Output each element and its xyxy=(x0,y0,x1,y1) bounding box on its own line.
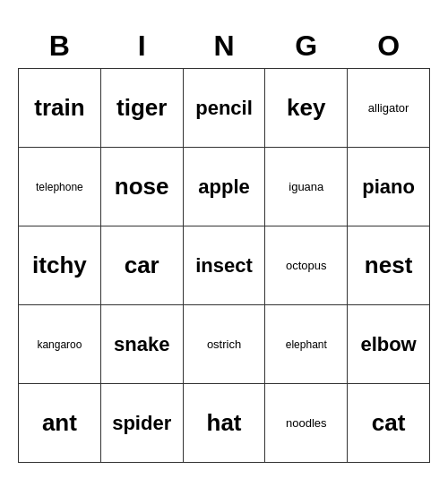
bingo-card: BINGO traintigerpencilkeyalligatorteleph… xyxy=(18,24,430,464)
header-cell: G xyxy=(265,24,348,69)
bingo-cell: alligator xyxy=(348,69,430,148)
bingo-cell: octopus xyxy=(265,226,348,305)
bingo-cell: telephone xyxy=(19,148,101,226)
header-cell: B xyxy=(19,24,101,69)
header-cell: I xyxy=(100,24,183,69)
bingo-cell: spider xyxy=(100,384,183,463)
bingo-body: traintigerpencilkeyalligatortelephonenos… xyxy=(19,69,430,463)
bingo-header: BINGO xyxy=(19,24,430,69)
bingo-cell: piano xyxy=(348,148,430,226)
bingo-cell: car xyxy=(100,226,183,305)
table-row: itchycarinsectoctopusnest xyxy=(19,226,430,305)
bingo-cell: train xyxy=(19,69,101,148)
header-cell: O xyxy=(348,24,430,69)
table-row: antspiderhatnoodlescat xyxy=(19,384,430,463)
header-row: BINGO xyxy=(19,24,430,69)
bingo-cell: itchy xyxy=(19,226,101,305)
bingo-cell: nose xyxy=(100,148,183,226)
bingo-cell: snake xyxy=(100,305,183,384)
bingo-cell: apple xyxy=(183,148,265,226)
bingo-cell: kangaroo xyxy=(19,305,101,384)
bingo-cell: ostrich xyxy=(183,305,265,384)
bingo-cell: noodles xyxy=(265,384,348,463)
bingo-cell: hat xyxy=(183,384,265,463)
bingo-cell: elbow xyxy=(348,305,430,384)
bingo-cell: nest xyxy=(348,226,430,305)
bingo-cell: cat xyxy=(348,384,430,463)
header-cell: N xyxy=(183,24,265,69)
bingo-cell: elephant xyxy=(265,305,348,384)
table-row: telephonenoseappleiguanapiano xyxy=(19,148,430,226)
bingo-cell: insect xyxy=(183,226,265,305)
bingo-cell: pencil xyxy=(183,69,265,148)
bingo-cell: key xyxy=(265,69,348,148)
table-row: traintigerpencilkeyalligator xyxy=(19,69,430,148)
bingo-cell: tiger xyxy=(100,69,183,148)
table-row: kangaroosnakeostrichelephantelbow xyxy=(19,305,430,384)
bingo-cell: ant xyxy=(19,384,101,463)
bingo-cell: iguana xyxy=(265,148,348,226)
